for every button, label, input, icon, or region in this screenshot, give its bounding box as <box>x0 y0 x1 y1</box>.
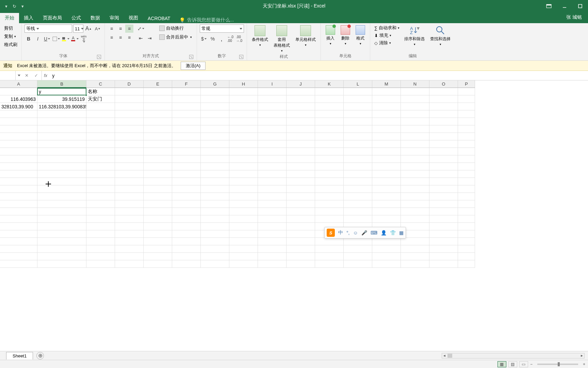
cell[interactable] <box>429 170 458 178</box>
cell[interactable] <box>37 253 86 260</box>
cell[interactable] <box>115 230 144 238</box>
cell[interactable] <box>401 178 429 185</box>
cell[interactable] <box>144 125 172 133</box>
sogou-logo-icon[interactable]: S <box>327 229 335 237</box>
cell[interactable] <box>0 148 37 155</box>
cell[interactable] <box>401 238 429 245</box>
column-header[interactable]: M <box>372 80 401 88</box>
activate-button[interactable]: 激活(A) <box>181 62 206 70</box>
cell[interactable] <box>229 95 258 103</box>
cell[interactable] <box>0 170 37 178</box>
cell[interactable] <box>401 133 429 140</box>
cell[interactable] <box>401 88 429 95</box>
cell[interactable] <box>429 253 458 260</box>
cell[interactable] <box>86 193 115 200</box>
cell[interactable] <box>287 215 315 223</box>
cell[interactable] <box>258 163 287 170</box>
column-header[interactable]: N <box>401 80 429 88</box>
cell[interactable] <box>115 118 144 125</box>
cell[interactable] <box>0 253 37 260</box>
name-box-dropdown[interactable] <box>16 71 21 80</box>
cell[interactable] <box>458 170 475 178</box>
qat-customize-icon[interactable]: ▾ <box>19 3 26 10</box>
cell[interactable] <box>458 253 475 260</box>
cell[interactable] <box>201 215 229 223</box>
cell[interactable] <box>229 140 258 148</box>
cell[interactable] <box>429 245 458 253</box>
cell[interactable] <box>172 155 201 163</box>
tab-layout[interactable]: 页面布局 <box>38 13 67 23</box>
cell[interactable]: 名称 <box>86 88 115 95</box>
cell[interactable] <box>344 155 372 163</box>
cell[interactable] <box>287 88 315 95</box>
cell[interactable] <box>372 260 401 268</box>
cell[interactable] <box>258 238 287 245</box>
cell[interactable] <box>172 110 201 118</box>
align-bottom-icon[interactable]: ≡ <box>125 25 133 33</box>
cell[interactable] <box>229 215 258 223</box>
cell[interactable] <box>201 133 229 140</box>
cell[interactable] <box>315 110 344 118</box>
tell-me-search[interactable]: 💡 告诉我您想要做什么... <box>175 17 238 23</box>
cell[interactable] <box>0 245 37 253</box>
comma-format-icon[interactable]: , <box>217 35 226 43</box>
cell[interactable] <box>258 260 287 268</box>
fx-icon[interactable]: fx <box>42 71 49 80</box>
cell[interactable] <box>429 230 458 238</box>
accept-formula-icon[interactable]: ✓ <box>33 73 39 78</box>
cell[interactable] <box>144 110 172 118</box>
cell[interactable] <box>458 260 475 268</box>
decrease-font-icon[interactable]: A▼ <box>94 25 102 33</box>
cell[interactable] <box>144 148 172 155</box>
cell[interactable] <box>144 200 172 208</box>
cell[interactable] <box>37 125 86 133</box>
font-color-button[interactable]: A <box>70 35 79 43</box>
cell[interactable] <box>315 163 344 170</box>
cell[interactable] <box>344 253 372 260</box>
cell[interactable] <box>401 125 429 133</box>
italic-button[interactable]: I <box>34 35 42 43</box>
cell[interactable] <box>37 200 86 208</box>
cell[interactable] <box>315 208 344 215</box>
cell[interactable] <box>115 260 144 268</box>
cell[interactable] <box>287 118 315 125</box>
cell[interactable] <box>201 253 229 260</box>
cell[interactable] <box>201 125 229 133</box>
cell[interactable] <box>258 215 287 223</box>
cell[interactable] <box>229 223 258 230</box>
cell[interactable] <box>401 253 429 260</box>
maximize-icon[interactable] <box>572 0 588 12</box>
cell[interactable] <box>115 88 144 95</box>
cell[interactable] <box>37 118 86 125</box>
cell[interactable] <box>287 230 315 238</box>
cell[interactable] <box>0 88 37 95</box>
cell[interactable] <box>0 223 37 230</box>
cell[interactable] <box>229 148 258 155</box>
cell[interactable] <box>229 103 258 110</box>
cell[interactable] <box>315 200 344 208</box>
cell[interactable] <box>115 208 144 215</box>
cell[interactable] <box>287 133 315 140</box>
page-break-view-icon[interactable]: ▭ <box>519 361 528 367</box>
cell[interactable] <box>458 178 475 185</box>
cell[interactable] <box>0 260 37 268</box>
column-header[interactable]: P <box>458 80 475 88</box>
zoom-slider[interactable] <box>537 364 578 365</box>
cell[interactable] <box>458 185 475 193</box>
cell[interactable] <box>172 185 201 193</box>
cell[interactable] <box>37 260 86 268</box>
cell[interactable] <box>401 185 429 193</box>
cell[interactable] <box>258 103 287 110</box>
cell[interactable] <box>344 260 372 268</box>
cell[interactable] <box>144 155 172 163</box>
column-header[interactable]: A <box>0 80 37 88</box>
cell[interactable] <box>458 140 475 148</box>
table-format-button[interactable]: 套用 表格格式▾ <box>272 25 292 53</box>
cell[interactable] <box>458 125 475 133</box>
cell[interactable] <box>37 230 86 238</box>
minimize-icon[interactable] <box>557 0 572 12</box>
decrease-indent-icon[interactable]: ⇤ <box>137 34 145 42</box>
cell[interactable] <box>458 230 475 238</box>
cell[interactable] <box>315 103 344 110</box>
cell[interactable] <box>372 110 401 118</box>
